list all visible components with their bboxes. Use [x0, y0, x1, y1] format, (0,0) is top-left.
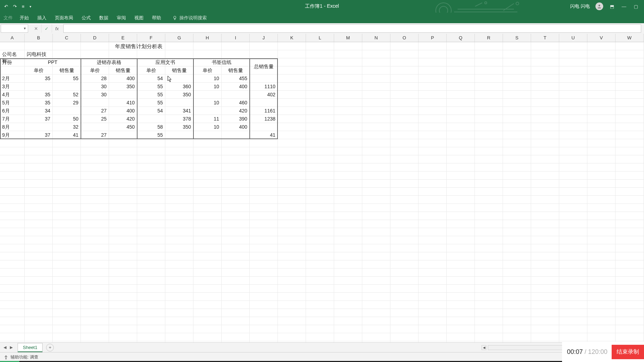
data-cell[interactable]: 37	[25, 115, 53, 123]
column-header-E[interactable]: E	[109, 34, 137, 42]
month-header[interactable]: 月份	[0, 58, 25, 66]
sub-price-2[interactable]: 单价	[137, 66, 165, 75]
data-cell[interactable]	[250, 75, 278, 83]
data-cell[interactable]: 41	[53, 131, 81, 139]
data-cell[interactable]: 420	[222, 107, 250, 115]
formula-input[interactable]	[63, 24, 641, 33]
sub-qty-1[interactable]: 销售量	[109, 66, 137, 75]
name-box[interactable]: ▼	[1, 24, 28, 33]
month-cell[interactable]: 6月	[0, 107, 25, 115]
column-header-M[interactable]: M	[334, 34, 362, 42]
data-cell[interactable]: 10	[193, 75, 222, 83]
data-cell[interactable]	[222, 91, 250, 99]
month-cell[interactable]: 9月	[0, 131, 25, 139]
ribbon-display-button[interactable]: ⬒	[609, 4, 615, 9]
data-cell[interactable]	[165, 99, 193, 107]
data-cell[interactable]	[165, 131, 193, 139]
column-header-Q[interactable]: Q	[447, 34, 475, 42]
fx-icon[interactable]: fx	[52, 26, 62, 31]
tab-formulas[interactable]: 公式	[77, 13, 95, 23]
column-header-L[interactable]: L	[306, 34, 334, 42]
qat-customize-icon[interactable]: ≡	[22, 4, 25, 9]
tab-review[interactable]: 审阅	[113, 13, 130, 23]
column-header-G[interactable]: G	[165, 34, 193, 42]
data-cell[interactable]	[222, 131, 250, 139]
formula-confirm-button[interactable]: ✓	[42, 24, 52, 33]
formula-cancel-button[interactable]: ✕	[31, 24, 42, 33]
qat-dropdown-icon[interactable]: ▾	[30, 5, 31, 8]
data-cell[interactable]	[165, 75, 193, 83]
sheet-nav-prev-icon[interactable]: ◀	[0, 345, 10, 350]
data-cell[interactable]: 27	[81, 107, 109, 115]
data-cell[interactable]: 360	[165, 83, 193, 91]
column-header-K[interactable]: K	[278, 34, 306, 42]
data-cell[interactable]: 30	[81, 83, 109, 91]
data-cell[interactable]: 400	[222, 83, 250, 91]
column-header-C[interactable]: C	[53, 34, 81, 42]
month-cell[interactable]: 7月	[0, 115, 25, 123]
data-cell[interactable]: 55	[137, 131, 165, 139]
group-bookmark[interactable]: 书签信纸	[193, 58, 250, 66]
scroll-left-icon[interactable]: ◀	[482, 345, 486, 350]
data-cell[interactable]	[53, 107, 81, 115]
column-header-S[interactable]: S	[503, 34, 531, 42]
data-cell[interactable]: 400	[222, 123, 250, 131]
data-cell[interactable]: 28	[81, 75, 109, 83]
data-cell[interactable]	[137, 115, 165, 123]
column-header-D[interactable]: D	[81, 34, 109, 42]
sub-qty-2[interactable]: 销售量	[165, 66, 193, 75]
company-label[interactable]: 公司名称:	[0, 50, 25, 58]
column-header-F[interactable]: F	[137, 34, 165, 42]
total-sales-header[interactable]: 总销售量	[250, 58, 278, 75]
tab-data[interactable]: 数据	[95, 13, 113, 23]
column-header-U[interactable]: U	[559, 34, 587, 42]
stop-recording-button[interactable]: 结束录制	[612, 345, 644, 359]
tab-insert[interactable]: 插入	[33, 13, 51, 23]
data-cell[interactable]	[81, 123, 109, 131]
column-header-B[interactable]: B	[25, 34, 53, 42]
column-header-T[interactable]: T	[531, 34, 559, 42]
data-cell[interactable]	[193, 107, 222, 115]
month-cell[interactable]: 2月	[0, 75, 25, 83]
data-cell[interactable]: 35	[25, 99, 53, 107]
column-header-J[interactable]: J	[250, 34, 278, 42]
sub-price-3[interactable]: 单价	[193, 66, 222, 75]
data-cell[interactable]: 350	[165, 123, 193, 131]
sub-qty-3[interactable]: 销售量	[222, 66, 250, 75]
tab-view[interactable]: 视图	[130, 13, 148, 23]
data-cell[interactable]: 400	[109, 107, 137, 115]
data-cell[interactable]: 30	[81, 91, 109, 99]
data-cell[interactable]: 1238	[250, 115, 278, 123]
data-cell[interactable]: 27	[81, 131, 109, 139]
data-cell[interactable]: 10	[193, 123, 222, 131]
data-cell[interactable]: 10	[193, 99, 222, 107]
column-header-V[interactable]: V	[587, 34, 616, 42]
data-cell[interactable]: 1110	[250, 83, 278, 91]
column-header-I[interactable]: I	[222, 34, 250, 42]
spreadsheet-grid[interactable]: ABCDEFGHIJKLMNOPQRSTUVW 年度销售计划分析表公司名称:闪电…	[0, 34, 644, 342]
data-cell[interactable]: 37	[25, 131, 53, 139]
data-cell[interactable]: 450	[109, 123, 137, 131]
column-header-H[interactable]: H	[193, 34, 222, 42]
data-cell[interactable]	[250, 99, 278, 107]
data-cell[interactable]	[250, 123, 278, 131]
data-cell[interactable]: 58	[137, 123, 165, 131]
data-cell[interactable]: 34	[25, 107, 53, 115]
data-cell[interactable]: 35	[25, 91, 53, 99]
data-cell[interactable]: 54	[137, 107, 165, 115]
data-cell[interactable]: 55	[53, 75, 81, 83]
month-cell[interactable]: 5月	[0, 99, 25, 107]
data-cell[interactable]: 420	[109, 115, 137, 123]
data-cell[interactable]: 350	[165, 91, 193, 99]
data-cell[interactable]: 402	[250, 91, 278, 99]
group-app-doc[interactable]: 应用文书	[137, 58, 193, 66]
tab-help[interactable]: 帮助	[148, 13, 165, 23]
column-header-O[interactable]: O	[390, 34, 419, 42]
data-cell[interactable]	[53, 83, 81, 91]
column-header-N[interactable]: N	[362, 34, 390, 42]
undo-button[interactable]: ↶	[4, 4, 8, 9]
data-cell[interactable]: 29	[53, 99, 81, 107]
data-cell[interactable]: 11	[193, 115, 222, 123]
name-box-dropdown-icon[interactable]: ▼	[23, 27, 26, 30]
data-cell[interactable]: 390	[222, 115, 250, 123]
